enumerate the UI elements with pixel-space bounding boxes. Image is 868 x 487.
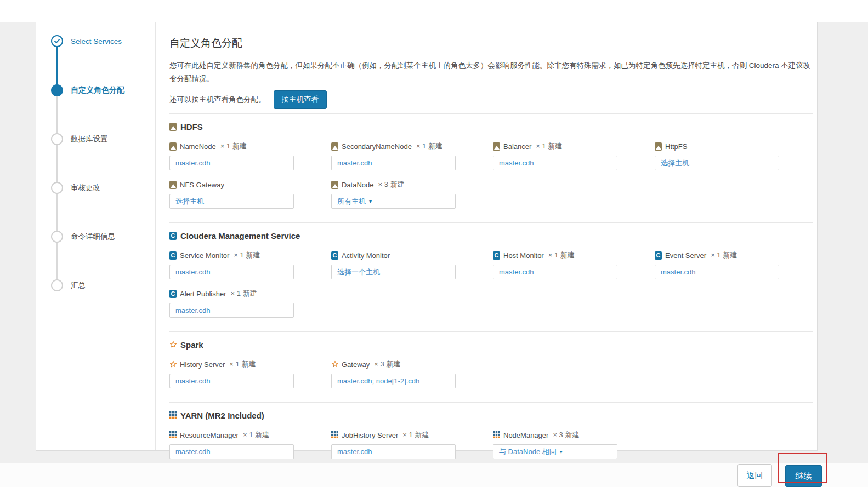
role-name: JobHistory Server xyxy=(342,431,398,439)
role-assignment-alert-publisher: C Alert Publisher × 1 新建 master.cdh ▾ xyxy=(169,288,331,326)
role-count: × 1 新建 xyxy=(548,250,575,260)
role-name: Activity Monitor xyxy=(342,251,390,260)
cloudera-manager-icon: C xyxy=(331,251,338,260)
host-select-field[interactable]: 选择主机 ▾ xyxy=(169,194,294,209)
role-count: × 1 新建 xyxy=(220,141,247,151)
role-name: Event Server xyxy=(665,251,706,260)
page-description: 您可在此处自定义新群集的角色分配，但如果分配不正确（例如，分配到某个主机上的角色… xyxy=(169,59,813,85)
step-label: Select Services xyxy=(71,37,122,45)
role-count: × 3 新建 xyxy=(553,430,579,440)
spark-icon xyxy=(169,341,177,349)
main-content: 自定义角色分配 您可在此处自定义新群集的角色分配，但如果分配不正确（例如，分配到… xyxy=(169,22,813,468)
role-assignment-activity-monitor: C Activity Monitor 选择一个主机 ▾ xyxy=(331,250,493,288)
host-select-field[interactable]: 选择一个主机 ▾ xyxy=(331,265,456,279)
role-assignment-event-server: C Event Server × 1 新建 master.cdh ▾ xyxy=(655,250,816,288)
wizard-card: Select Services 自定义角色分配 数据库设置 审核更改 命令详细信… xyxy=(36,22,818,451)
step-database-setup: 数据库设置 xyxy=(36,133,156,145)
step-todo-icon xyxy=(51,133,63,145)
role-name: Gateway xyxy=(342,360,370,369)
hdfs-icon xyxy=(169,123,177,131)
cloudera-manager-icon: C xyxy=(169,290,177,298)
role-assignment-secondarynamenode: SecondaryNameNode × 1 新建 master.cdh ▾ xyxy=(331,141,493,179)
wizard-steps-sidebar: Select Services 自定义角色分配 数据库设置 审核更改 命令详细信… xyxy=(36,22,156,450)
host-select-field[interactable]: master.cdh ▾ xyxy=(493,156,617,170)
cloudera-manager-icon: C xyxy=(169,232,177,240)
role-assignment-jobhistory-server: JobHistory Server × 1 新建 master.cdh ▾ xyxy=(331,429,493,468)
back-button[interactable]: 返回 xyxy=(737,464,772,487)
role-assignment-datanode: DataNode × 3 新建 所有主机 ▾ xyxy=(331,179,493,217)
host-select-field[interactable]: master.cdh ▾ xyxy=(169,444,294,459)
caret-down-icon: ▾ xyxy=(369,194,372,208)
role-name: NameNode xyxy=(180,142,216,151)
host-select-field[interactable]: master.cdh ▾ xyxy=(331,444,456,459)
section-spark: Spark History Server × 1 新建 master.cdh ▾ xyxy=(169,331,813,397)
role-count: × 3 新建 xyxy=(374,359,400,369)
section-yarn: YARN (MR2 Included) ResourceManager × 1 … xyxy=(169,402,813,468)
role-count: × 1 新建 xyxy=(229,359,256,369)
host-select-field[interactable]: master.cdh ▾ xyxy=(493,265,617,279)
role-name: Balancer xyxy=(503,142,531,151)
host-select-field[interactable]: master.cdh ▾ xyxy=(169,303,294,318)
role-name: Alert Publisher xyxy=(180,290,226,298)
host-value: 选择一个主机 xyxy=(337,265,380,279)
hdfs-icon xyxy=(331,181,338,189)
host-value: master.cdh; node[1-2].cdh xyxy=(337,374,419,388)
role-assignment-nfs-gateway: NFS Gateway 选择主机 ▾ xyxy=(169,179,331,217)
yarn-icon xyxy=(493,431,500,439)
role-name: History Server xyxy=(180,360,225,369)
host-select-field[interactable]: master.cdh ▾ xyxy=(331,156,456,170)
host-select-field[interactable]: master.cdh ▾ xyxy=(169,265,294,279)
role-name: NodeManager xyxy=(503,431,548,439)
cloudera-manager-icon: C xyxy=(169,251,177,260)
role-count: × 1 新建 xyxy=(243,430,269,440)
host-value: 与 DataNode 相同 xyxy=(499,445,557,459)
host-value: 选择主机 xyxy=(175,194,204,208)
host-select-field[interactable]: master.cdh; node[1-2].cdh ▾ xyxy=(331,374,456,388)
role-count: × 1 新建 xyxy=(536,141,562,151)
step-label: 自定义角色分配 xyxy=(71,85,124,95)
role-count: × 3 新建 xyxy=(378,180,405,190)
step-connector-line-active xyxy=(56,41,58,90)
step-todo-icon xyxy=(51,279,63,291)
role-name: NFS Gateway xyxy=(180,181,224,189)
host-select-field[interactable]: master.cdh ▾ xyxy=(169,374,294,388)
section-title: Cloudera Management Service xyxy=(180,231,300,240)
hdfs-icon xyxy=(331,142,338,151)
yarn-icon xyxy=(169,431,177,439)
host-value: 所有主机 xyxy=(337,194,366,208)
role-name: Host Monitor xyxy=(503,251,544,260)
step-summary: 汇总 xyxy=(36,279,156,291)
role-count: × 1 新建 xyxy=(402,430,429,440)
host-select-dropdown[interactable]: 所有主机 ▾ xyxy=(331,194,456,209)
host-value: master.cdh xyxy=(337,156,372,170)
role-assignment-nodemanager: NodeManager × 3 新建 与 DataNode 相同 ▾ xyxy=(493,429,655,468)
view-by-host-button[interactable]: 按主机查看 xyxy=(274,90,327,109)
host-value: master.cdh xyxy=(175,303,211,317)
role-name: Service Monitor xyxy=(180,251,229,260)
host-value: master.cdh xyxy=(175,265,211,279)
host-select-dropdown[interactable]: 与 DataNode 相同 ▾ xyxy=(493,444,617,459)
role-name: SecondaryNameNode xyxy=(342,142,412,151)
step-label: 汇总 xyxy=(71,280,86,290)
page-title: 自定义角色分配 xyxy=(169,36,813,50)
host-select-field[interactable]: 选择主机 ▾ xyxy=(655,156,779,170)
host-select-field[interactable]: master.cdh ▾ xyxy=(169,156,294,170)
role-count: × 1 新建 xyxy=(234,250,260,260)
role-count: × 1 新建 xyxy=(711,250,737,260)
role-name: DataNode xyxy=(342,181,374,189)
role-assignment-namenode: NameNode × 1 新建 master.cdh ▾ xyxy=(169,141,331,179)
host-select-field[interactable]: master.cdh ▾ xyxy=(655,265,779,279)
step-current-icon xyxy=(51,84,63,96)
role-assignment-service-monitor: C Service Monitor × 1 新建 master.cdh ▾ xyxy=(169,250,331,288)
continue-button[interactable]: 继续 xyxy=(785,465,822,487)
role-assignment-balancer: Balancer × 1 新建 master.cdh ▾ xyxy=(493,141,655,179)
role-assignment-httpfs: HttpFS 选择主机 ▾ xyxy=(655,141,816,179)
hdfs-icon xyxy=(655,142,662,151)
section-hdfs: HDFS NameNode × 1 新建 master.cdh ▾ xyxy=(169,113,813,217)
spark-icon xyxy=(331,360,338,369)
step-customize-roles: 自定义角色分配 xyxy=(36,84,156,96)
section-title: YARN (MR2 Included) xyxy=(180,411,264,420)
role-assignment-history-server: History Server × 1 新建 master.cdh ▾ xyxy=(169,359,331,397)
section-title: Spark xyxy=(180,340,203,350)
role-assignment-resourcemanager: ResourceManager × 1 新建 master.cdh ▾ xyxy=(169,429,331,468)
